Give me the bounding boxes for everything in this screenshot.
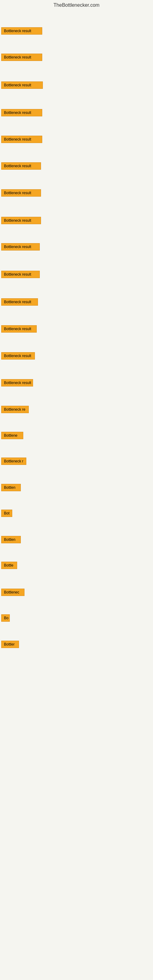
bottleneck-badge[interactable]: Bottleneck result: [1, 189, 41, 197]
bottleneck-item: Bottlene: [1, 431, 23, 441]
bottleneck-item: Bottler: [1, 640, 19, 650]
bottleneck-item: Bottleneck result: [1, 189, 41, 199]
bottleneck-badge[interactable]: Bottleneck result: [1, 109, 42, 116]
bottleneck-item: Bottleneck r: [1, 457, 26, 467]
bottleneck-badge[interactable]: Bottlenec: [1, 589, 24, 596]
bottleneck-item: Bottleneck result: [1, 27, 42, 37]
items-container: Bottleneck resultBottleneck resultBottle…: [0, 9, 153, 980]
bottleneck-item: Bottleneck result: [1, 379, 33, 388]
bottleneck-item: Bottleneck result: [1, 270, 40, 280]
bottleneck-item: Bottlenec: [1, 588, 24, 598]
bottleneck-item: Bottleneck result: [1, 325, 37, 334]
site-title: TheBottlenecker.com: [0, 0, 153, 9]
bottleneck-item: Bottleneck result: [1, 243, 40, 252]
bottleneck-item: Bottleneck result: [1, 162, 41, 172]
bottleneck-item: Bottleneck re: [1, 405, 29, 415]
bottleneck-item: Bottleneck result: [1, 53, 42, 63]
bottleneck-badge[interactable]: Bottleneck result: [1, 54, 42, 61]
bottleneck-badge[interactable]: Bottler: [1, 641, 19, 648]
bottleneck-badge[interactable]: Bottleneck r: [1, 458, 26, 465]
bottleneck-item: Bottleneck result: [1, 81, 43, 91]
bottleneck-badge[interactable]: Bot: [1, 510, 12, 517]
bottleneck-badge[interactable]: Bottleneck re: [1, 406, 29, 413]
bottleneck-item: Bottleneck result: [1, 352, 35, 361]
bottleneck-badge[interactable]: Bottleneck result: [1, 271, 40, 278]
bottleneck-badge[interactable]: Bottleneck result: [1, 136, 42, 143]
bottleneck-badge[interactable]: Bottle: [1, 562, 17, 569]
bottleneck-badge[interactable]: Bottleneck result: [1, 81, 43, 89]
bottleneck-badge[interactable]: Bottleneck result: [1, 217, 41, 224]
bottleneck-item: Bottleneck result: [1, 108, 42, 118]
bottleneck-badge[interactable]: Bottleneck result: [1, 298, 38, 305]
bottleneck-item: Bottleneck result: [1, 216, 41, 226]
bottleneck-item: Bottleneck result: [1, 298, 38, 307]
bottleneck-item: Bottle: [1, 561, 17, 571]
bottleneck-badge[interactable]: Bottlen: [1, 484, 21, 491]
bottleneck-item: Bot: [1, 509, 12, 519]
bottleneck-badge[interactable]: Bottleneck result: [1, 379, 33, 387]
bottleneck-item: Bottleneck result: [1, 135, 42, 145]
bottleneck-badge[interactable]: Bottleneck result: [1, 325, 37, 332]
site-title-text: TheBottlenecker.com: [54, 2, 99, 8]
bottleneck-badge[interactable]: Bottleneck result: [1, 27, 42, 35]
bottleneck-badge[interactable]: Bottlen: [1, 536, 21, 543]
bottleneck-badge[interactable]: Bottleneck result: [1, 352, 35, 360]
bottleneck-item: Bo: [1, 614, 10, 624]
bottleneck-badge[interactable]: Bottlene: [1, 432, 23, 439]
bottleneck-badge[interactable]: Bottleneck result: [1, 243, 40, 250]
bottleneck-badge[interactable]: Bottleneck result: [1, 162, 41, 170]
bottleneck-item: Bottlen: [1, 483, 21, 493]
bottleneck-badge[interactable]: Bo: [1, 614, 10, 622]
bottleneck-item: Bottlen: [1, 535, 21, 545]
